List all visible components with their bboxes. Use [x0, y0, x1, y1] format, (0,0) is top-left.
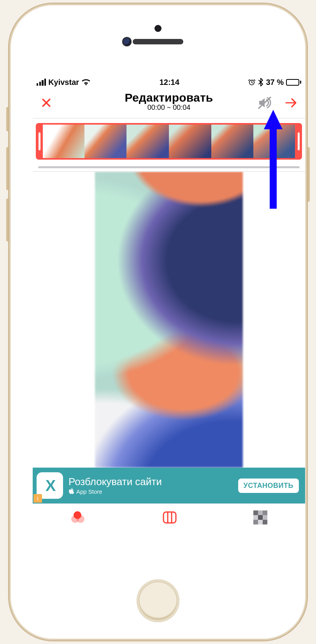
arrow-right-icon: [285, 104, 297, 109]
apple-icon: [68, 488, 74, 495]
phone-mute-switch: [6, 107, 9, 131]
proximity-sensor: [154, 25, 162, 32]
trim-handle-start[interactable]: [36, 123, 43, 160]
svg-rect-9: [258, 515, 263, 520]
trim-selection[interactable]: [36, 123, 302, 160]
timeline-frame: [42, 125, 84, 158]
video-preview[interactable]: [33, 172, 305, 468]
battery-percent: 37 %: [266, 78, 284, 87]
phone-frame: Kyivstar 12:14 37 %: [10, 5, 306, 639]
wifi-icon: [81, 79, 91, 86]
close-icon: [40, 104, 52, 110]
alarm-icon: [248, 78, 256, 86]
ad-subtitle-text: App Store: [76, 488, 102, 495]
pixelate-tab[interactable]: [246, 507, 275, 530]
phone-power-button: [307, 147, 310, 202]
home-button[interactable]: [137, 579, 179, 622]
svg-point-3: [77, 515, 84, 523]
columns-icon: [162, 520, 177, 526]
preview-image: [95, 172, 243, 468]
ad-info-icon[interactable]: i: [33, 494, 42, 503]
timeline-frame: [169, 125, 211, 158]
ad-title: Розблокувати сайти: [68, 476, 162, 488]
close-button[interactable]: [38, 95, 54, 112]
timeline-frames: [42, 125, 296, 158]
earpiece: [133, 39, 183, 44]
ad-banner[interactable]: i X Розблокувати сайти App Store УСТАНОВ…: [33, 468, 305, 503]
timeline-frame: [211, 125, 254, 158]
screen: Kyivstar 12:14 37 %: [33, 76, 305, 560]
phone-volume-up: [6, 147, 9, 190]
svg-rect-12: [258, 520, 263, 524]
bottom-toolbar: [33, 503, 305, 532]
status-bar: Kyivstar 12:14 37 %: [33, 76, 305, 89]
timeline-frame: [126, 125, 169, 158]
phone-volume-down: [6, 199, 9, 241]
front-camera: [122, 37, 132, 46]
carrier-label: Kyivstar: [48, 78, 79, 87]
svg-rect-13: [263, 520, 267, 524]
svg-rect-5: [253, 510, 258, 515]
mute-button[interactable]: [255, 94, 274, 113]
scrub-bar[interactable]: [36, 165, 302, 169]
layout-tab[interactable]: [154, 507, 185, 530]
cellular-signal-icon: [37, 79, 46, 86]
status-time: 12:14: [160, 78, 179, 87]
svg-rect-10: [263, 515, 267, 520]
filters-icon: [70, 520, 86, 526]
mosaic-icon: [253, 520, 267, 526]
next-button[interactable]: [283, 95, 300, 112]
svg-rect-8: [253, 515, 258, 520]
battery-icon: [286, 79, 301, 86]
ad-subtitle: App Store: [68, 488, 162, 495]
ad-install-button[interactable]: УСТАНОВИТЬ: [238, 479, 299, 493]
filters-tab[interactable]: [63, 507, 94, 530]
svg-rect-11: [253, 520, 258, 524]
trim-panel: [33, 118, 305, 172]
svg-rect-7: [263, 510, 267, 515]
timeline-frame: [84, 125, 127, 158]
svg-rect-4: [163, 512, 176, 523]
timeline-frame: [253, 125, 296, 158]
nav-bar: Редактировать 00:00 ~ 00:04: [33, 89, 305, 118]
trim-handle-end[interactable]: [295, 123, 302, 160]
svg-rect-6: [258, 510, 263, 515]
speaker-muted-icon: [258, 104, 272, 110]
bluetooth-icon: [258, 78, 263, 86]
